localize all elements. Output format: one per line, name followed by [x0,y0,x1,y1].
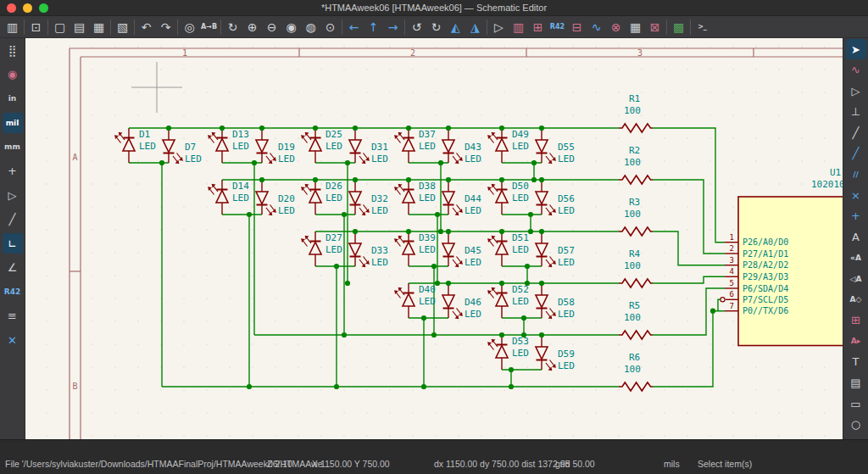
units-inches-icon[interactable]: in [3,88,23,109]
junction-dot[interactable] [353,125,358,131]
junction-dot[interactable] [406,177,411,182]
redo-icon[interactable]: ↷ [156,18,175,36]
place-symbol-icon[interactable]: ▷ [846,81,866,101]
junction-dot[interactable] [421,315,426,321]
junction-dot[interactable] [521,315,526,321]
close-window-button[interactable] [7,3,16,13]
junction-dot[interactable] [531,177,537,182]
chip-body-U1[interactable] [738,197,843,346]
save-icon[interactable]: ▥ [3,18,22,36]
bom-icon[interactable]: ⊠ [645,18,665,36]
junction-dot[interactable] [446,281,451,286]
annotate-automatically-icon[interactable]: R42 [3,282,23,302]
nav-up-icon[interactable]: ↑ [364,18,383,36]
junction-dot[interactable] [313,125,318,131]
show-hidden-pins-icon[interactable]: ▷ [3,185,23,205]
undo-icon[interactable]: ↶ [136,18,156,36]
mirror-vertical-icon[interactable]: ◭ [446,18,465,36]
line-mode-90-icon[interactable]: ∟ [3,233,23,254]
units-mils-icon[interactable]: mil [3,113,23,133]
grid-override-lock-icon[interactable]: ◉ [3,64,23,85]
junction-dot[interactable] [446,125,451,131]
place-power-port-icon[interactable]: ⊥ [846,102,866,122]
junction-dot[interactable] [259,177,264,182]
junction-dot[interactable] [539,332,544,337]
junction-dot[interactable] [499,229,504,234]
annotate-icon[interactable]: R42 [548,18,567,36]
crosshair-full-window-icon[interactable]: + [3,161,23,181]
schematic-setup-icon[interactable]: ⊡ [26,18,46,36]
junction-dot[interactable] [446,229,451,234]
junction-dot[interactable] [438,160,443,165]
junction-dot[interactable] [539,177,544,182]
junction-dot[interactable] [499,281,504,286]
draw-bus-icon[interactable]: ╱ [846,143,866,164]
junction-dot[interactable] [421,384,426,389]
place-text-icon[interactable]: T [846,352,866,372]
hierarchy-navigator-icon[interactable]: ≡ [3,306,23,326]
junction-dot[interactable] [438,229,443,234]
junction-dot[interactable] [342,332,347,337]
netclass-directive-icon[interactable]: A◇ [846,289,866,309]
junction-dot[interactable] [528,212,533,217]
place-junction-icon[interactable]: + [846,206,866,226]
draw-circle-icon[interactable]: ○ [846,415,866,435]
symbol-fields-table-icon[interactable]: ▥ [509,18,528,36]
junction-dot[interactable] [406,229,411,234]
title-bar[interactable]: *HTMAAweek06 [HTMAAweek06] — Schematic E… [0,0,868,16]
plot-icon[interactable]: ▦ [89,18,108,36]
junction-dot[interactable] [531,160,537,165]
zoom-fit-page-icon[interactable]: ◉ [281,18,301,36]
rotate-ccw-icon[interactable]: ↺ [407,18,426,36]
no-connect-flag-icon[interactable]: × [846,185,866,205]
junction-dot[interactable] [159,160,164,165]
symbol-editor-icon[interactable]: ▷ [489,18,509,36]
paste-icon[interactable]: ▧ [113,18,132,36]
zoom-window-button[interactable] [39,3,48,13]
junction-dot[interactable] [406,125,411,131]
line-mode-free-icon[interactable]: ╱ [3,209,23,230]
junction-dot[interactable] [509,367,514,372]
junction-dot[interactable] [525,264,530,269]
page-settings-icon[interactable]: ▢ [50,18,70,36]
junction-dot[interactable] [252,160,257,165]
rotate-cw-icon[interactable]: ↻ [426,18,446,36]
place-sheet-icon[interactable]: ⊞ [846,310,866,331]
nav-back-icon[interactable]: ← [344,18,364,36]
junction-dot[interactable] [247,384,252,389]
open-pcb-editor-icon[interactable]: ▩ [669,18,688,36]
units-mm-icon[interactable]: mm [3,137,23,157]
junction-dot[interactable] [345,281,350,286]
zoom-selection-icon[interactable]: ⊙ [320,18,340,36]
junction-dot[interactable] [509,384,514,389]
junction-dot[interactable] [334,384,339,389]
probe-icon[interactable]: ⊗ [606,18,626,36]
junction-dot[interactable] [539,229,544,234]
junction-dot[interactable] [353,177,358,182]
junction-dot[interactable] [499,332,504,337]
assign-footprints-icon[interactable]: ⊞ [528,18,548,36]
find-replace-icon[interactable]: A→B [199,18,219,36]
bus-entry-icon[interactable]: // [846,165,866,185]
junction-dot[interactable] [431,332,437,337]
erc-icon[interactable]: ⊟ [567,18,587,36]
properties-manager-icon[interactable]: ✕ [3,330,23,350]
console-icon[interactable]: >_ [693,18,712,36]
junction-dot[interactable] [220,125,225,131]
global-label-icon[interactable]: «A [846,248,866,268]
sheet-pin-icon[interactable]: A▸ [846,331,866,351]
zoom-out-icon[interactable]: ⊖ [262,18,281,36]
nav-forward-icon[interactable]: → [383,18,403,36]
select-tool-icon[interactable]: ➤ [846,39,866,59]
refresh-icon[interactable]: ↻ [223,18,242,36]
junction-dot[interactable] [334,264,339,269]
draw-wire-icon[interactable]: ╱ [846,122,866,142]
junction-dot[interactable] [499,125,504,131]
print-icon[interactable]: ▤ [70,18,89,36]
junction-dot[interactable] [435,212,440,217]
junction-dot[interactable] [353,229,358,234]
mirror-horizontal-icon[interactable]: ◮ [465,18,485,36]
junction-dot[interactable] [342,212,347,217]
grid-visibility-icon[interactable]: ⣿ [3,40,23,60]
net-table-icon[interactable]: ▦ [626,18,645,36]
